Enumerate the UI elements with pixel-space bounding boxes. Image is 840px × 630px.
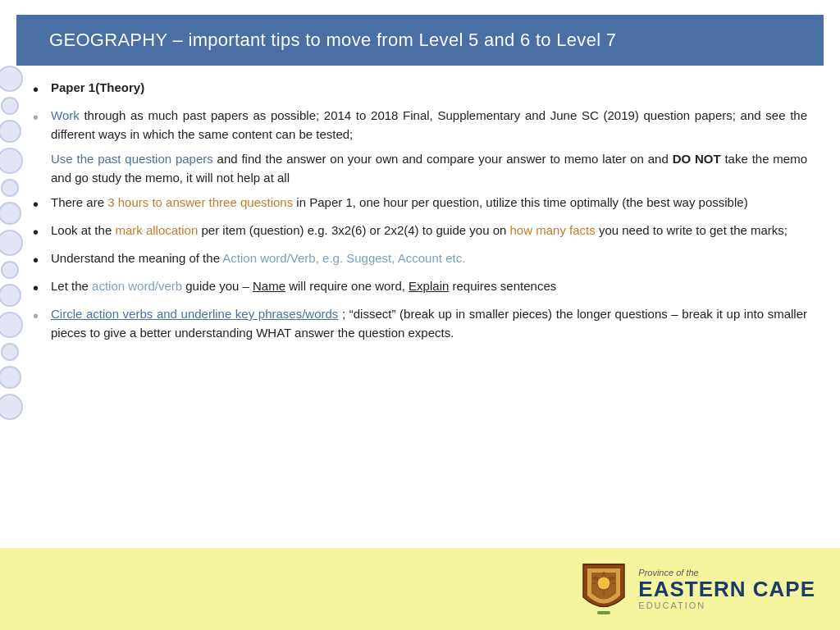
bullet-dot-2: •	[33, 107, 48, 128]
deco-circle-3	[0, 120, 21, 143]
work-rest: through as much past papers as possible;…	[51, 108, 807, 141]
province-text: Province of the EASTERN CAPE EDUCATION	[638, 568, 815, 611]
eastern-cape-label: EASTERN CAPE	[638, 578, 815, 601]
look-rest: you need to write to get the marks;	[599, 223, 788, 237]
action-word-verb-highlight: action word/verb	[92, 279, 182, 293]
use-past-rest: and find the answer on your own and comp…	[217, 152, 673, 166]
bullet-list: • Paper 1(Theory) • Work through as much…	[33, 79, 807, 349]
do-not-text: DO NOT	[673, 152, 721, 166]
list-item-3: • Use the past question papers and find …	[33, 150, 807, 187]
deco-circle-4	[0, 148, 23, 174]
logo-area: Province of the EASTERN CAPE EDUCATION	[579, 560, 815, 618]
list-item-4: • There are 3 hours to answer three ques…	[33, 194, 807, 215]
province-of-label: Province of the	[638, 568, 698, 578]
list-item-7: • Let the action word/verb guide you – N…	[33, 277, 807, 299]
education-label: EDUCATION	[638, 600, 705, 610]
name-underline: Name	[253, 279, 285, 293]
bullet-dot-4: •	[33, 194, 48, 215]
list-item-6: • Understand the meaning of the Action w…	[33, 249, 807, 271]
deco-circle-11	[1, 343, 19, 361]
deco-circle-5	[1, 179, 19, 197]
deco-circle-8	[1, 261, 19, 279]
svg-point-5	[592, 576, 599, 581]
bottom-bar: Province of the EASTERN CAPE EDUCATION	[0, 548, 840, 630]
deco-circle-12	[0, 366, 21, 389]
bullet-text-2: Work through as much past papers as poss…	[51, 107, 807, 144]
look-mid: per item (question) e.g. 3x2(6) or 2x2(4…	[201, 223, 509, 237]
circle-action-highlight: Circle action verbs and underline key ph…	[51, 307, 338, 321]
deco-circle-2	[1, 97, 19, 115]
deco-circle-9	[0, 284, 21, 307]
let-rest: requires sentences	[452, 279, 556, 293]
use-past-highlight: Use the past question papers	[51, 152, 213, 166]
list-item-8: • Circle action verbs and underline key …	[33, 305, 807, 342]
bullet-text-8: Circle action verbs and underline key ph…	[51, 305, 807, 342]
svg-point-0	[597, 577, 610, 590]
bullet-text-1: Paper 1(Theory)	[51, 79, 807, 98]
header-banner: GEOGRAPHY – important tips to move from …	[16, 15, 824, 66]
bullet-dot-8: •	[33, 305, 48, 326]
left-decoration	[0, 66, 34, 525]
action-word-highlight: Action word/Verb, e.g. Suggest, Account …	[222, 251, 465, 265]
bullet-text-4: There are 3 hours to answer three questi…	[51, 194, 807, 212]
bullet-dot-7: •	[33, 277, 48, 299]
bullet-dot-5: •	[33, 221, 48, 243]
bullet-text-5: Look at the mark allocation per item (qu…	[51, 221, 807, 240]
coat-of-arms-icon	[579, 560, 628, 618]
deco-circle-7	[0, 230, 23, 256]
bullet-dot-1: •	[33, 79, 48, 100]
deco-circle-10	[0, 312, 23, 338]
deco-circle-1	[0, 66, 23, 92]
header-title: GEOGRAPHY – important tips to move from …	[49, 30, 791, 51]
look-pre: Look at the	[51, 223, 115, 237]
list-item-5: • Look at the mark allocation per item (…	[33, 221, 807, 243]
deco-circle-13	[0, 394, 23, 420]
three-hours-highlight: 3 hours to answer three questions	[107, 195, 293, 209]
list-item-2: • Work through as much past papers as po…	[33, 107, 807, 144]
slide: GEOGRAPHY – important tips to move from …	[0, 0, 840, 630]
let-mid: guide you –	[185, 279, 253, 293]
bullet-dot-6: •	[33, 249, 48, 271]
main-content: • Paper 1(Theory) • Work through as much…	[0, 66, 840, 548]
how-many-highlight: how many facts	[510, 223, 596, 237]
let-mid2: will require one word,	[289, 279, 409, 293]
understand-pre: Understand the meaning of the	[51, 251, 222, 265]
there-are-pre: There are	[51, 195, 107, 209]
list-item-1: • Paper 1(Theory)	[33, 79, 807, 100]
mark-allocation-highlight: mark allocation	[115, 223, 198, 237]
deco-circle-6	[0, 202, 21, 225]
let-pre: Let the	[51, 279, 92, 293]
bullet-dot-3: •	[33, 150, 48, 171]
svg-point-6	[609, 576, 615, 581]
paper1-label: Paper 1(Theory)	[51, 80, 144, 94]
work-highlight: Work	[51, 108, 80, 122]
svg-rect-8	[597, 611, 610, 614]
bullet-text-7: Let the action word/verb guide you – Nam…	[51, 277, 807, 296]
bullet-text-3: Use the past question papers and find th…	[51, 150, 807, 187]
bullet-text-6: Understand the meaning of the Action wor…	[51, 249, 807, 268]
explain-underline: Explain	[409, 279, 449, 293]
there-are-rest: in Paper 1, one hour per question, utili…	[296, 195, 747, 209]
